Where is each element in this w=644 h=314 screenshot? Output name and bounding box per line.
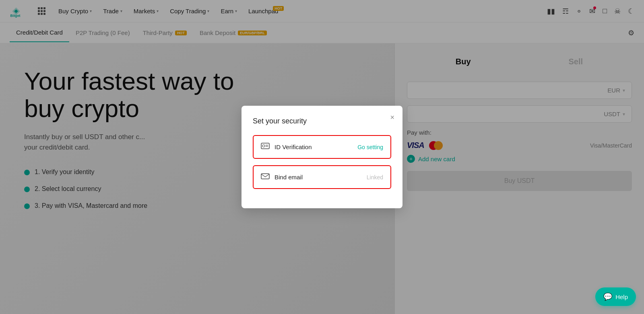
svg-point-2 xyxy=(262,145,265,147)
svg-rect-5 xyxy=(261,174,269,179)
bind-email-row: Bind email Linked xyxy=(253,165,391,189)
id-verification-label: ID Verification xyxy=(275,144,353,150)
go-setting-button[interactable]: Go setting xyxy=(357,144,383,150)
chat-icon: 💬 xyxy=(603,292,612,301)
email-linked-status: Linked xyxy=(367,174,383,181)
modal-close-button[interactable]: × xyxy=(390,114,394,121)
help-button[interactable]: 💬 Help xyxy=(595,287,636,306)
email-icon xyxy=(261,172,270,182)
id-verification-row: ID Verification Go setting xyxy=(253,135,391,159)
overlay: Set your security × ID Verification Go s… xyxy=(0,0,644,314)
id-verification-icon xyxy=(261,142,270,152)
bind-email-label: Bind email xyxy=(275,174,362,181)
security-modal: Set your security × ID Verification Go s… xyxy=(242,106,402,208)
modal-title: Set your security xyxy=(253,117,391,125)
